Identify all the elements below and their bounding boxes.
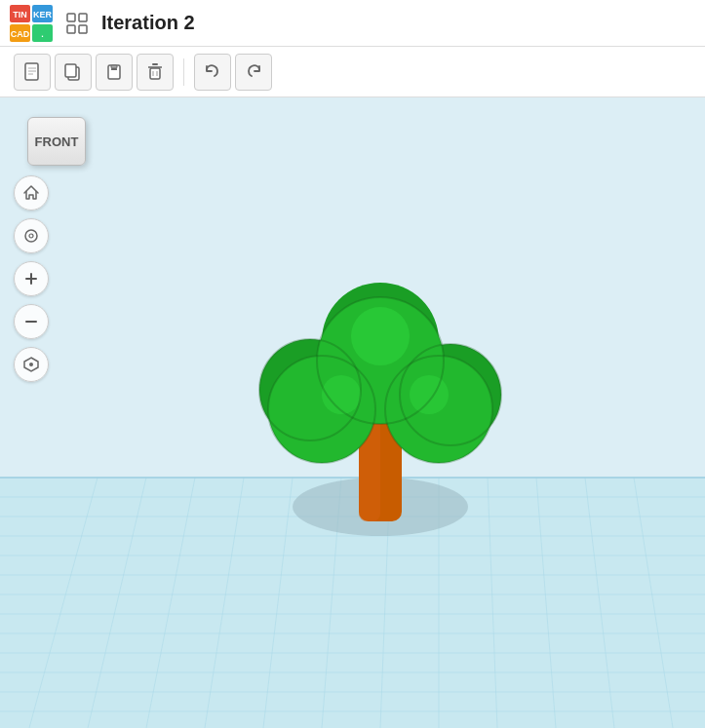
page-title: Iteration 2 <box>101 12 195 34</box>
perspective-button[interactable] <box>14 347 49 382</box>
view-cube[interactable]: FRONT <box>27 117 86 166</box>
tree-scene <box>0 97 705 728</box>
svg-text:.: . <box>41 29 44 39</box>
svg-rect-11 <box>79 25 87 33</box>
svg-rect-8 <box>67 14 75 21</box>
toolbar <box>0 47 705 97</box>
canvas-area[interactable]: FRONT <box>0 97 705 728</box>
svg-point-76 <box>29 363 33 366</box>
toolbar-divider <box>183 58 184 86</box>
zoom-in-button[interactable] <box>14 261 49 296</box>
svg-point-63 <box>410 375 449 414</box>
svg-text:TIN: TIN <box>13 10 27 19</box>
svg-rect-19 <box>111 65 117 68</box>
new-button[interactable] <box>14 54 51 91</box>
svg-text:CAD: CAD <box>11 29 30 39</box>
grid-icon[interactable] <box>62 9 92 38</box>
home-button[interactable] <box>14 175 49 211</box>
zoom-out-button[interactable] <box>14 304 49 339</box>
paste-button[interactable] <box>96 54 133 91</box>
delete-button[interactable] <box>137 54 174 91</box>
cube-front-label: FRONT <box>35 134 79 149</box>
undo-button[interactable] <box>194 54 231 91</box>
cube-front-face[interactable]: FRONT <box>27 117 86 166</box>
svg-point-71 <box>29 234 33 238</box>
svg-rect-21 <box>150 68 160 79</box>
orbit-button[interactable] <box>14 218 49 253</box>
svg-point-70 <box>25 230 37 242</box>
copy-button[interactable] <box>55 54 92 91</box>
svg-rect-17 <box>65 64 76 77</box>
header: TIN KER CAD . Iteration 2 <box>0 0 705 47</box>
left-controls <box>14 175 49 382</box>
svg-rect-20 <box>111 68 117 70</box>
tinkercad-logo[interactable]: TIN KER CAD . <box>10 5 53 42</box>
svg-point-64 <box>351 307 410 365</box>
svg-rect-9 <box>79 14 87 21</box>
redo-button[interactable] <box>235 54 272 91</box>
svg-rect-10 <box>67 25 75 33</box>
svg-text:KER: KER <box>33 10 53 19</box>
